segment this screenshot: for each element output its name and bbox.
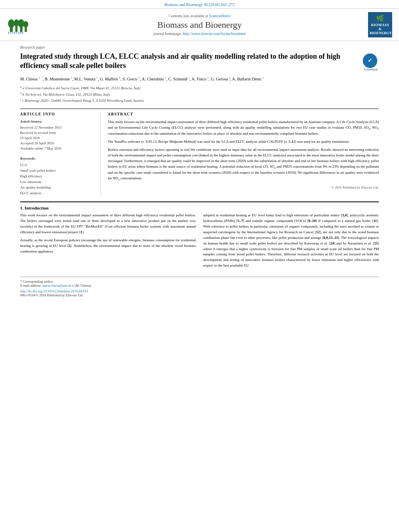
article-history-label: Article history: bbox=[20, 119, 95, 123]
svg-point-1 bbox=[8, 19, 14, 28]
affiliation-c: c c Bioenergy 2020+ GmbH, Gewerbepark Ha… bbox=[20, 97, 379, 103]
sciencedirect-line: Contents lists available at ScienceDirec… bbox=[37, 14, 362, 18]
crossmark-badge-container: ✓ CrossMark bbox=[363, 53, 379, 72]
elsevier-tree-icon: ELSEVIER bbox=[7, 16, 31, 34]
issn-line: 0961-8534/© 2016 Published by Elsevier L… bbox=[20, 293, 379, 297]
authors-line: M. Chiesa a, *, B. Monteleone a, M.L. Ve… bbox=[20, 76, 379, 82]
citation-text: Biomass and Bioenergy 90 (2016) 262–272 bbox=[165, 2, 235, 7]
intro-para-2: Actually, as the recent European policie… bbox=[20, 238, 196, 255]
abstract-para-3: Boilers emission and efficiency factors … bbox=[108, 147, 379, 182]
doi-line: http://dx.doi.org/10.1016/j.biombioe.201… bbox=[20, 289, 379, 293]
keywords-label: Keywords: bbox=[20, 156, 95, 160]
keyword-boilers: Small scale pellet boilers bbox=[20, 168, 95, 173]
introduction-section: 1. Introduction This work focuses on the… bbox=[20, 205, 379, 271]
svg-point-7 bbox=[23, 21, 29, 28]
journal-logo-right: 🌿 BIOMASS & BIOENERGY bbox=[366, 12, 394, 37]
received-date: Received 12 November 2015 bbox=[20, 125, 95, 130]
main-content: Research paper Integrated study through … bbox=[0, 41, 399, 301]
affiliations: a a Università Cattolica del Sacro Cuore… bbox=[20, 85, 379, 103]
abstract-para-1: This study focuses on the environmental … bbox=[108, 119, 379, 137]
biomass-bioenergy-logo: 🌿 BIOMASS & BIOENERGY bbox=[368, 12, 392, 37]
doi-link[interactable]: http://dx.doi.org/10.1016/j.biombioe.201… bbox=[20, 289, 88, 293]
paper-type-label: Research paper bbox=[20, 45, 379, 49]
abstract-title: ABSTRACT bbox=[108, 112, 379, 116]
email-link[interactable]: maria.chiesa@unicat.it bbox=[42, 283, 74, 288]
revised-label: Received in revised form bbox=[20, 130, 95, 136]
keyword-efficiency: High efficiency bbox=[20, 173, 95, 179]
abstract-text: This study focuses on the environmental … bbox=[108, 119, 379, 182]
footnote-section: * Corresponding author. E-mail address: … bbox=[20, 277, 379, 297]
journal-center: Contents lists available at ScienceDirec… bbox=[37, 14, 362, 36]
svg-text:ELSEVIER: ELSEVIER bbox=[8, 31, 24, 34]
intro-right-col: adopted in residential heating at EU lev… bbox=[203, 213, 379, 271]
abstract-column: ABSTRACT This study focuses on the envir… bbox=[108, 112, 379, 196]
accepted-date: Accepted 26 April 2016 bbox=[20, 141, 95, 146]
keyword-emissions: Low emissions bbox=[20, 179, 95, 185]
crossmark-icon: ✓ bbox=[363, 53, 377, 68]
introduction-two-col: This work focuses on the environmental i… bbox=[20, 213, 379, 271]
sciencedirect-link[interactable]: ScienceDirect bbox=[209, 14, 230, 18]
svg-rect-6 bbox=[25, 27, 27, 32]
article-info-column: ARTICLE INFO Article history: Received 1… bbox=[20, 112, 101, 196]
affiliation-a: a a Università Cattolica del Sacro Cuore… bbox=[20, 85, 379, 91]
introduction-title: 1. Introduction bbox=[20, 205, 379, 210]
intro-left-col: This work focuses on the environmental i… bbox=[20, 213, 196, 271]
journal-title: Biomass and Bioenergy bbox=[37, 20, 362, 30]
svg-point-5 bbox=[18, 19, 24, 27]
keyword-lca: LCA bbox=[20, 162, 95, 168]
article-info-title: ARTICLE INFO bbox=[20, 112, 95, 116]
email-line: E-mail address: maria.chiesa@unicat.it (… bbox=[20, 283, 379, 288]
elsevier-logo: ELSEVIER bbox=[5, 16, 33, 34]
revised-date: 25 April 2016 bbox=[20, 136, 95, 141]
journal-homepage: journal homepage: http://www.elsevier.co… bbox=[37, 32, 362, 36]
paper-title-section: Integrated study through LCA, ELCC analy… bbox=[20, 52, 379, 72]
section-divider bbox=[20, 201, 379, 202]
available-online-date: Available online 7 May 2016 bbox=[20, 146, 95, 151]
affiliation-b: b b TerAria srl, Via Melchiorre Gioia, 1… bbox=[20, 91, 379, 97]
crossmark-label: CrossMark bbox=[363, 68, 379, 72]
copyright-line: © 2016 Published by Elsevier Ltd. bbox=[108, 185, 379, 189]
top-citation-bar: Biomass and Bioenergy 90 (2016) 262–272 bbox=[0, 0, 399, 8]
abstract-para-2: The SimaPro software (v. 8.05.13, Recipe… bbox=[108, 139, 379, 145]
paper-title-text: Integrated study through LCA, ELCC analy… bbox=[20, 52, 359, 71]
keywords-section: Keywords: LCA Small scale pellet boilers… bbox=[20, 156, 95, 196]
intro-para-1: This work focuses on the environmental i… bbox=[20, 213, 196, 235]
intro-para-3: adopted in residential heating at EU lev… bbox=[203, 213, 379, 269]
homepage-link[interactable]: http://www.elsevier.com/locate/biombioe bbox=[183, 32, 246, 36]
leaf-icon: 🌿 bbox=[370, 14, 391, 22]
keyword-elcc: ELCC analysis bbox=[20, 190, 95, 196]
journal-header: ELSEVIER Contents lists available at Sci… bbox=[0, 8, 399, 41]
corresponding-author-note: * Corresponding author. bbox=[20, 279, 379, 283]
article-info-abstract-section: ARTICLE INFO Article history: Received 1… bbox=[20, 109, 379, 196]
keyword-air-quality: Air quality modelling bbox=[20, 185, 95, 190]
